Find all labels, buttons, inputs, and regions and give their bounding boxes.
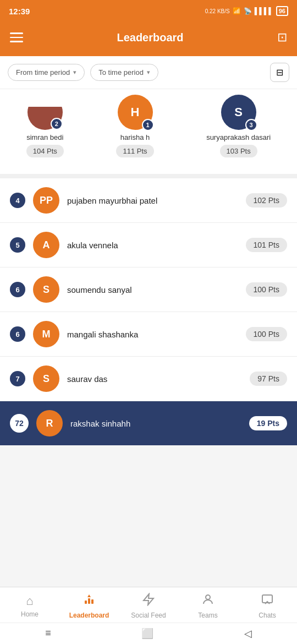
podium-item-1: H 1 harisha h 111 Pts: [116, 95, 153, 157]
avatar-m: M: [33, 321, 59, 347]
name-5: akula vennela: [67, 241, 238, 250]
podium-pts-3: 103 Pts: [220, 145, 257, 157]
tab-social-feed-label: Social Feed: [131, 612, 166, 619]
rank-5: 5: [10, 237, 25, 253]
podium-item-2: 2 simran bedi 104 Pts: [26, 107, 64, 157]
podium-section: 2 simran bedi 104 Pts H 1 harisha h 111 …: [0, 89, 297, 178]
avatar-s2: S: [33, 365, 59, 392]
system-nav: ≡ ⬜ ◁: [0, 623, 297, 644]
home-icon: ⌂: [26, 594, 33, 608]
rank-4: 4: [10, 193, 25, 208]
teams-icon: [201, 593, 215, 609]
rank-7: 7: [10, 371, 25, 386]
svg-point-5: [206, 595, 210, 599]
podium-name-2: simran bedi: [26, 133, 63, 141]
menu-system-icon[interactable]: ≡: [45, 627, 51, 640]
tab-home[interactable]: ⌂ Home: [8, 594, 52, 618]
wifi-icon: 📶: [233, 7, 241, 15]
podium-name-1: harisha h: [120, 133, 150, 141]
page-title: Leaderboard: [117, 31, 183, 44]
svg-rect-0: [85, 601, 87, 604]
podium-avatar-3: S 3: [221, 95, 256, 130]
tab-leaderboard[interactable]: Leaderboard: [67, 593, 111, 619]
layout-icon[interactable]: ⊡: [277, 30, 287, 45]
podium-pts-2: 104 Pts: [26, 145, 64, 157]
list-item: 5 A akula vennela 101 Pts: [0, 223, 297, 268]
from-time-filter[interactable]: From time period ▾: [8, 64, 85, 81]
leaderboard-icon: [82, 593, 96, 609]
chevron-down-icon: ▾: [147, 69, 150, 76]
pts-7: 97 Pts: [250, 372, 287, 386]
nav-tabs: ⌂ Home Leaderboard Social Feed: [0, 587, 297, 623]
name-6b: mangali shashanka: [67, 330, 238, 339]
svg-marker-3: [87, 594, 91, 597]
name-7: saurav das: [67, 374, 242, 384]
status-bar: 12:39 0.22 KB/S 📶 📡 ▌▌▌▌ 96: [0, 0, 297, 22]
list-item: 6 M mangali shashanka 100 Pts: [0, 312, 297, 357]
svg-marker-4: [144, 594, 153, 605]
svg-rect-2: [91, 599, 94, 604]
tab-chats[interactable]: Chats: [245, 593, 289, 619]
rank-badge-1: 1: [142, 119, 154, 131]
signal-icon: 📡: [244, 7, 252, 15]
rank-6a: 6: [10, 282, 25, 297]
podium-item-3: S 3 suryaprakash dasari 103 Pts: [206, 95, 271, 157]
pts-6a: 100 Pts: [246, 282, 287, 297]
battery-indicator: 96: [276, 6, 288, 16]
tab-chats-label: Chats: [258, 612, 276, 619]
name-4: pujaben mayurbhai patel: [67, 196, 238, 205]
current-user-avatar: R: [36, 410, 63, 436]
status-time: 12:39: [9, 7, 30, 16]
avatar-a: A: [33, 232, 59, 258]
svg-rect-1: [88, 598, 90, 604]
chats-icon: [261, 593, 274, 609]
leaderboard-list: 4 PP pujaben mayurbhai patel 102 Pts 5 A…: [0, 178, 297, 401]
current-user-pts: 19 Pts: [249, 416, 287, 430]
header: Leaderboard ⊡: [0, 22, 297, 56]
tab-leaderboard-label: Leaderboard: [69, 612, 109, 619]
social-feed-icon: [142, 593, 155, 609]
pts-5: 101 Pts: [246, 238, 287, 252]
podium-pts-1: 111 Pts: [116, 145, 153, 157]
home-system-icon[interactable]: ⬜: [141, 627, 153, 640]
rank-badge-3: 3: [245, 119, 257, 131]
podium-name-3: suryaprakash dasari: [206, 133, 271, 141]
podium-avatar-1: H 1: [118, 95, 153, 130]
avatar-s: S: [33, 276, 59, 303]
settings-filter-button[interactable]: ⊟: [270, 63, 289, 82]
tab-home-label: Home: [21, 610, 38, 618]
back-system-icon[interactable]: ◁: [244, 627, 252, 640]
pts-4: 102 Pts: [246, 193, 287, 208]
bottom-nav: ⌂ Home Leaderboard Social Feed: [0, 587, 297, 644]
current-user-rank: 72: [10, 414, 29, 433]
name-6a: soumendu sanyal: [67, 285, 238, 294]
rank-6b: 6: [10, 326, 25, 342]
tab-teams-label: Teams: [198, 612, 217, 619]
current-user-row: 72 R rakshak sinhahh 19 Pts: [0, 401, 297, 445]
tab-social-feed[interactable]: Social Feed: [127, 593, 170, 619]
rank-badge-2: 2: [51, 118, 63, 130]
pts-6b: 100 Pts: [246, 327, 287, 341]
status-icons: 0.22 KB/S 📶 📡 ▌▌▌▌ 96: [205, 6, 288, 16]
chevron-down-icon: ▾: [73, 69, 76, 76]
to-time-filter[interactable]: To time period ▾: [90, 64, 158, 81]
avatar-pp: PP: [33, 187, 59, 214]
tab-teams[interactable]: Teams: [186, 593, 230, 619]
list-item: 6 S soumendu sanyal 100 Pts: [0, 268, 297, 312]
list-item: 4 PP pujaben mayurbhai patel 102 Pts: [0, 178, 297, 223]
filter-bar: From time period ▾ To time period ▾ ⊟: [0, 56, 297, 89]
current-user-name: rakshak sinhahh: [70, 419, 241, 428]
menu-button[interactable]: [10, 32, 23, 42]
data-speed: 0.22 KB/S: [205, 8, 230, 14]
bars-icon: ▌▌▌▌: [255, 7, 273, 15]
list-item: 7 S saurav das 97 Pts: [0, 357, 297, 401]
